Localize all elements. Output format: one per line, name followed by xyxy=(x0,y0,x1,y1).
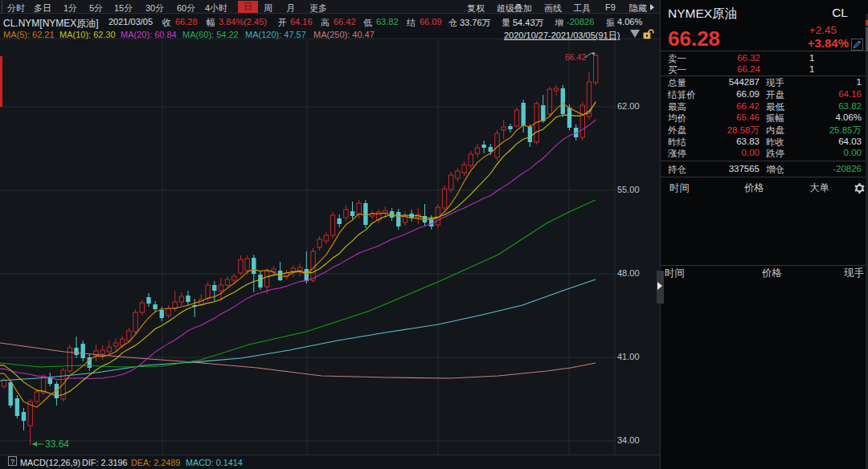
svg-text:66.42: 66.42 xyxy=(565,52,586,62)
svg-text:33.64: 33.64 xyxy=(45,438,69,450)
